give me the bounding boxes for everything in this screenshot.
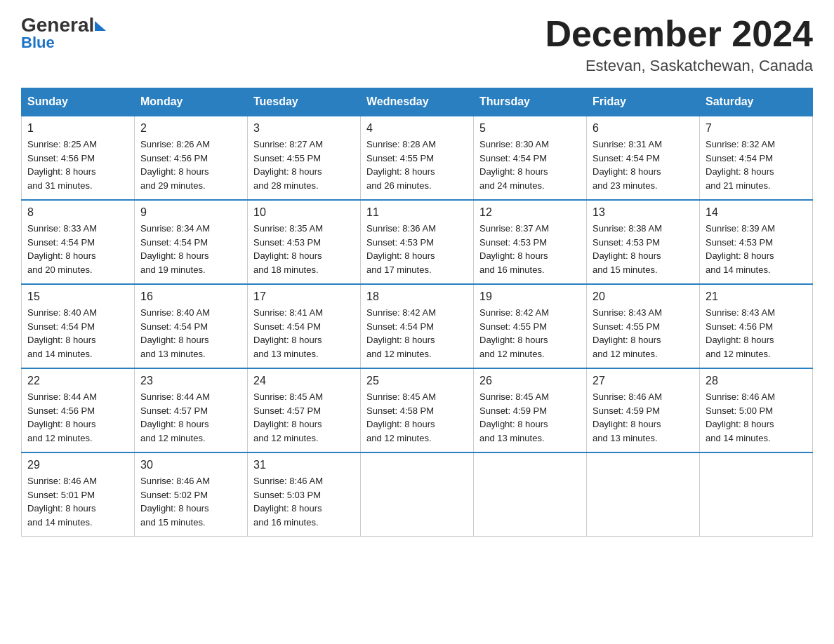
day-number: 14 <box>706 206 807 219</box>
day-number: 5 <box>479 122 581 135</box>
week-row-1: 1 Sunrise: 8:25 AMSunset: 4:56 PMDayligh… <box>22 116 813 200</box>
calendar-cell: 13 Sunrise: 8:38 AMSunset: 4:53 PMDaylig… <box>587 200 700 284</box>
calendar-cell: 3 Sunrise: 8:27 AMSunset: 4:55 PMDayligh… <box>248 116 361 200</box>
day-number: 11 <box>366 206 468 219</box>
header-tuesday: Tuesday <box>248 88 361 116</box>
calendar-cell: 20 Sunrise: 8:43 AMSunset: 4:55 PMDaylig… <box>587 284 700 368</box>
calendar-cell: 24 Sunrise: 8:45 AMSunset: 4:57 PMDaylig… <box>248 368 361 452</box>
calendar-cell: 25 Sunrise: 8:45 AMSunset: 4:58 PMDaylig… <box>361 368 474 452</box>
day-number: 16 <box>140 290 241 303</box>
day-info: Sunrise: 8:41 AMSunset: 4:54 PMDaylight:… <box>253 306 355 361</box>
calendar-cell <box>700 452 813 537</box>
week-row-2: 8 Sunrise: 8:33 AMSunset: 4:54 PMDayligh… <box>22 200 813 284</box>
calendar-cell: 23 Sunrise: 8:44 AMSunset: 4:57 PMDaylig… <box>135 368 248 452</box>
logo: General Blue <box>21 14 106 52</box>
day-info: Sunrise: 8:46 AMSunset: 5:01 PMDaylight:… <box>27 474 128 529</box>
week-row-3: 15 Sunrise: 8:40 AMSunset: 4:54 PMDaylig… <box>22 284 813 368</box>
day-info: Sunrise: 8:28 AMSunset: 4:55 PMDaylight:… <box>366 137 468 192</box>
day-info: Sunrise: 8:46 AMSunset: 5:03 PMDaylight:… <box>253 474 355 529</box>
calendar-cell: 2 Sunrise: 8:26 AMSunset: 4:56 PMDayligh… <box>135 116 248 200</box>
day-info: Sunrise: 8:45 AMSunset: 4:59 PMDaylight:… <box>479 390 581 445</box>
calendar-cell: 1 Sunrise: 8:25 AMSunset: 4:56 PMDayligh… <box>22 116 135 200</box>
calendar-cell: 29 Sunrise: 8:46 AMSunset: 5:01 PMDaylig… <box>22 452 135 537</box>
header-monday: Monday <box>135 88 248 116</box>
day-info: Sunrise: 8:44 AMSunset: 4:57 PMDaylight:… <box>140 390 241 445</box>
logo-arrow-icon <box>95 21 106 31</box>
calendar-cell: 7 Sunrise: 8:32 AMSunset: 4:54 PMDayligh… <box>700 116 813 200</box>
calendar-cell: 6 Sunrise: 8:31 AMSunset: 4:54 PMDayligh… <box>587 116 700 200</box>
page-header: General Blue December 2024 Estevan, Sask… <box>21 14 813 75</box>
calendar-cell: 21 Sunrise: 8:43 AMSunset: 4:56 PMDaylig… <box>700 284 813 368</box>
calendar-cell: 12 Sunrise: 8:37 AMSunset: 4:53 PMDaylig… <box>474 200 587 284</box>
day-number: 28 <box>706 375 807 387</box>
day-number: 12 <box>479 206 581 219</box>
calendar-cell: 30 Sunrise: 8:46 AMSunset: 5:02 PMDaylig… <box>135 452 248 537</box>
day-info: Sunrise: 8:35 AMSunset: 4:53 PMDaylight:… <box>253 222 355 276</box>
day-info: Sunrise: 8:25 AMSunset: 4:56 PMDaylight:… <box>27 137 128 192</box>
day-number: 9 <box>140 206 241 219</box>
logo-blue-text: Blue <box>21 34 55 52</box>
day-number: 25 <box>366 375 468 387</box>
month-year-title: December 2024 <box>545 14 813 54</box>
header-wednesday: Wednesday <box>361 88 474 116</box>
calendar-cell: 17 Sunrise: 8:41 AMSunset: 4:54 PMDaylig… <box>248 284 361 368</box>
day-number: 24 <box>253 375 355 387</box>
day-number: 17 <box>253 290 355 303</box>
day-number: 10 <box>253 206 355 219</box>
calendar-cell: 19 Sunrise: 8:42 AMSunset: 4:55 PMDaylig… <box>474 284 587 368</box>
calendar-header-row: Sunday Monday Tuesday Wednesday Thursday… <box>22 88 813 116</box>
day-number: 30 <box>140 459 241 471</box>
day-info: Sunrise: 8:26 AMSunset: 4:56 PMDaylight:… <box>140 137 241 192</box>
day-info: Sunrise: 8:40 AMSunset: 4:54 PMDaylight:… <box>140 306 241 361</box>
calendar-cell <box>474 452 587 537</box>
header-saturday: Saturday <box>700 88 813 116</box>
day-info: Sunrise: 8:44 AMSunset: 4:56 PMDaylight:… <box>27 390 128 445</box>
day-info: Sunrise: 8:27 AMSunset: 4:55 PMDaylight:… <box>253 137 355 192</box>
day-info: Sunrise: 8:43 AMSunset: 4:55 PMDaylight:… <box>593 306 694 361</box>
day-info: Sunrise: 8:43 AMSunset: 4:56 PMDaylight:… <box>706 306 807 361</box>
day-info: Sunrise: 8:37 AMSunset: 4:53 PMDaylight:… <box>479 222 581 276</box>
calendar-table: Sunday Monday Tuesday Wednesday Thursday… <box>21 88 813 537</box>
day-number: 3 <box>253 122 355 135</box>
calendar-cell: 9 Sunrise: 8:34 AMSunset: 4:54 PMDayligh… <box>135 200 248 284</box>
day-number: 23 <box>140 375 241 387</box>
day-info: Sunrise: 8:45 AMSunset: 4:57 PMDaylight:… <box>253 390 355 445</box>
day-number: 1 <box>27 122 128 135</box>
day-info: Sunrise: 8:30 AMSunset: 4:54 PMDaylight:… <box>479 137 581 192</box>
day-info: Sunrise: 8:45 AMSunset: 4:58 PMDaylight:… <box>366 390 468 445</box>
calendar-cell <box>361 452 474 537</box>
calendar-cell: 4 Sunrise: 8:28 AMSunset: 4:55 PMDayligh… <box>361 116 474 200</box>
day-number: 31 <box>253 459 355 471</box>
day-number: 20 <box>593 290 694 303</box>
day-info: Sunrise: 8:33 AMSunset: 4:54 PMDaylight:… <box>27 222 128 276</box>
calendar-cell: 31 Sunrise: 8:46 AMSunset: 5:03 PMDaylig… <box>248 452 361 537</box>
day-info: Sunrise: 8:46 AMSunset: 5:02 PMDaylight:… <box>140 474 241 529</box>
day-info: Sunrise: 8:31 AMSunset: 4:54 PMDaylight:… <box>593 137 694 192</box>
day-info: Sunrise: 8:39 AMSunset: 4:53 PMDaylight:… <box>706 222 807 276</box>
day-info: Sunrise: 8:32 AMSunset: 4:54 PMDaylight:… <box>706 137 807 192</box>
day-info: Sunrise: 8:46 AMSunset: 5:00 PMDaylight:… <box>706 390 807 445</box>
calendar-cell: 27 Sunrise: 8:46 AMSunset: 4:59 PMDaylig… <box>587 368 700 452</box>
day-info: Sunrise: 8:42 AMSunset: 4:54 PMDaylight:… <box>366 306 468 361</box>
calendar-cell <box>587 452 700 537</box>
day-number: 21 <box>706 290 807 303</box>
week-row-4: 22 Sunrise: 8:44 AMSunset: 4:56 PMDaylig… <box>22 368 813 452</box>
day-number: 26 <box>479 375 581 387</box>
calendar-cell: 8 Sunrise: 8:33 AMSunset: 4:54 PMDayligh… <box>22 200 135 284</box>
day-number: 19 <box>479 290 581 303</box>
day-number: 15 <box>27 290 128 303</box>
calendar-cell: 15 Sunrise: 8:40 AMSunset: 4:54 PMDaylig… <box>22 284 135 368</box>
day-number: 22 <box>27 375 128 387</box>
day-number: 2 <box>140 122 241 135</box>
calendar-cell: 10 Sunrise: 8:35 AMSunset: 4:53 PMDaylig… <box>248 200 361 284</box>
day-number: 27 <box>593 375 694 387</box>
day-info: Sunrise: 8:36 AMSunset: 4:53 PMDaylight:… <box>366 222 468 276</box>
calendar-cell: 22 Sunrise: 8:44 AMSunset: 4:56 PMDaylig… <box>22 368 135 452</box>
calendar-cell: 14 Sunrise: 8:39 AMSunset: 4:53 PMDaylig… <box>700 200 813 284</box>
day-number: 29 <box>27 459 128 471</box>
day-number: 8 <box>27 206 128 219</box>
calendar-cell: 28 Sunrise: 8:46 AMSunset: 5:00 PMDaylig… <box>700 368 813 452</box>
header-friday: Friday <box>587 88 700 116</box>
title-block: December 2024 Estevan, Saskatchewan, Can… <box>545 14 813 75</box>
header-sunday: Sunday <box>22 88 135 116</box>
